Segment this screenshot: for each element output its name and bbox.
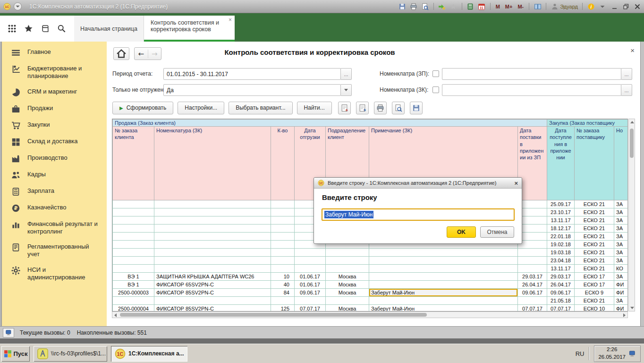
table-cell[interactable]: 25.09.17 <box>547 200 575 208</box>
table-cell[interactable] <box>113 208 154 216</box>
vertical-scrollbar[interactable] <box>628 119 635 311</box>
tab-control-report[interactable]: Контроль соответствия и корректировка ср… <box>144 16 235 42</box>
dialog-close-icon[interactable]: × <box>514 180 518 187</box>
period-input[interactable]: 01.01.2015 - 30.11.2017 <box>163 68 341 80</box>
table-cell[interactable]: 125 <box>271 305 295 312</box>
table-cell[interactable]: ЗА <box>614 225 628 233</box>
table-cell[interactable]: ЕСКО 21 <box>575 225 614 233</box>
column-header[interactable]: Но <box>614 127 628 200</box>
table-cell[interactable] <box>271 216 295 225</box>
nomenclature-zk-checkbox[interactable] <box>432 86 439 93</box>
column-header[interactable]: Дата поступления в приложении <box>547 127 575 200</box>
ok-button[interactable]: OK <box>447 226 476 238</box>
table-cell[interactable]: ФИКСАТОР 85SV2PN-C <box>154 289 271 297</box>
save-icon[interactable] <box>398 2 407 10</box>
table-cell[interactable]: Москва <box>326 281 369 289</box>
table-cell[interactable] <box>271 297 295 305</box>
table-cell[interactable] <box>154 249 271 257</box>
table-cell[interactable] <box>154 233 271 241</box>
sidebar-item[interactable]: Производство <box>2 150 107 167</box>
system-menu-button[interactable] <box>14 2 22 10</box>
table-row[interactable]: 2500-000003ФИКСАТОР 85SV2PN-C8409.06.17М… <box>113 289 628 297</box>
table-cell[interactable]: ФИ <box>614 289 628 297</box>
table-cell[interactable] <box>154 257 271 265</box>
table-cell[interactable] <box>369 297 518 305</box>
sidebar-item[interactable]: НСИ и администрирование <box>2 262 107 285</box>
table-cell[interactable]: Москва <box>326 289 369 297</box>
table-cell[interactable]: 18.12.17 <box>547 225 575 233</box>
table-cell[interactable]: 84 <box>271 289 295 297</box>
sidebar-item[interactable]: Бюджетирование и планирование <box>2 61 107 84</box>
table-cell[interactable] <box>113 225 154 233</box>
table-cell[interactable]: 19.02.18 <box>547 241 575 249</box>
split-icon[interactable] <box>534 2 542 10</box>
table-cell[interactable] <box>154 265 271 273</box>
table-cell[interactable]: 09.06.17 <box>295 289 326 297</box>
star-icon[interactable] <box>24 24 33 33</box>
sidebar-item[interactable]: Продажи <box>2 101 107 117</box>
table-cell[interactable] <box>271 233 295 241</box>
table-cell[interactable]: 07.07.17 <box>295 305 326 312</box>
sidebar-item[interactable]: Кадры <box>2 167 107 183</box>
table-cell[interactable]: ЗА <box>614 257 628 265</box>
calc-memory-button[interactable]: M+ <box>504 2 514 10</box>
settings-button[interactable]: Настройки... <box>178 102 224 114</box>
calc-memory-button[interactable]: M <box>495 2 501 10</box>
table-cell[interactable]: ЕСКО 17 <box>575 281 614 289</box>
find-button[interactable]: Найти... <box>297 102 332 114</box>
table-cell[interactable] <box>295 297 326 305</box>
table-row[interactable]: 2500-000004ФИКСАТОР 85SV2PN-C12507.07.17… <box>113 305 628 312</box>
table-row[interactable]: ВЭ 1ЗАЩИТНАЯ КРЫШКА АДАПТЕРА WC261001.06… <box>113 273 628 281</box>
table-cell[interactable]: 29.03.17 <box>518 273 547 281</box>
table-cell[interactable] <box>295 265 326 273</box>
current-user[interactable]: Эдуард <box>551 2 578 10</box>
column-header[interactable]: Номенклатура (ЗК) <box>154 127 271 200</box>
table-cell[interactable]: 40 <box>271 281 295 289</box>
table-cell[interactable] <box>154 200 271 208</box>
table-cell[interactable]: 23.10.17 <box>547 208 575 216</box>
preview-icon[interactable] <box>421 2 429 10</box>
table-cell[interactable]: 13.11.17 <box>547 265 575 273</box>
table-cell[interactable] <box>271 257 295 265</box>
table-cell[interactable] <box>271 249 295 257</box>
table-cell[interactable]: 09.06.17 <box>518 289 547 297</box>
table-row[interactable]: 19.03.18ЕСКО 21ЗА <box>113 249 628 257</box>
table-cell[interactable]: 13.11.17 <box>547 216 575 225</box>
table-cell[interactable]: ЕСКО 21 <box>575 257 614 265</box>
table-cell[interactable] <box>113 200 154 208</box>
table-cell[interactable] <box>113 257 154 265</box>
table-cell[interactable] <box>271 225 295 233</box>
table-cell[interactable]: ЕСКО 17 <box>575 273 614 281</box>
table-cell[interactable]: 21.05.18 <box>547 297 575 305</box>
sidebar-item[interactable]: Закупки <box>2 117 107 134</box>
table-cell[interactable]: ЗА <box>614 200 628 208</box>
show-desktop-icon[interactable] <box>628 350 636 357</box>
table-cell[interactable]: 07.07.17 <box>547 305 575 312</box>
table-cell[interactable] <box>113 241 154 249</box>
restore-button[interactable] <box>622 3 630 10</box>
table-row[interactable]: 21.05.18ЕСКО 21ЗА <box>113 297 628 305</box>
tab-close-icon[interactable]: × <box>229 17 232 23</box>
nomenclature-zp-picker-button[interactable]: ... <box>621 68 632 80</box>
doc-b-icon-button[interactable]: b <box>356 102 369 114</box>
table-cell[interactable]: ЕСКО 9 <box>575 289 614 297</box>
nomenclature-zk-input[interactable] <box>442 84 621 96</box>
table-cell[interactable]: 26.04.17 <box>518 281 547 289</box>
table-cell[interactable] <box>326 249 369 257</box>
table-cell[interactable] <box>326 297 369 305</box>
menu-grid-icon[interactable] <box>8 24 17 33</box>
table-cell[interactable] <box>271 200 295 208</box>
table-cell[interactable]: ЗА <box>614 233 628 241</box>
history-icon[interactable] <box>41 24 50 33</box>
print-icon-button[interactable] <box>374 102 387 114</box>
save-icon-button[interactable] <box>410 102 423 114</box>
language-indicator[interactable]: RU <box>576 350 585 357</box>
group-header-sale[interactable]: Продажа (Заказ клиента) <box>113 120 547 127</box>
table-cell[interactable]: ЕСКО 21 <box>575 233 614 241</box>
table-cell[interactable]: ЕСКО 10 <box>575 305 614 312</box>
group-header-purchase[interactable]: Закупка (Заказ поставщику <box>547 120 628 127</box>
table-cell[interactable]: Заберут Май-Июн <box>369 289 518 297</box>
table-cell[interactable] <box>154 208 271 216</box>
generate-button[interactable]: ▶ Сформировать <box>112 102 173 114</box>
table-cell[interactable] <box>113 249 154 257</box>
